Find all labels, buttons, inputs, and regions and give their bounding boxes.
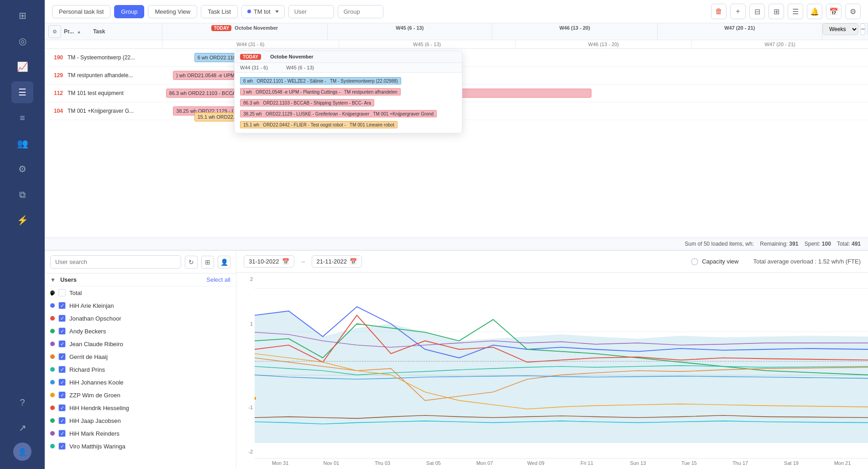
sidebar-icon-compass[interactable]: ◎ [11, 30, 33, 52]
x-label-nov01: Nov 01 [306, 458, 357, 469]
personal-task-list-button[interactable]: Personal task list [52, 5, 110, 18]
user-checkbox-total[interactable] [58, 289, 66, 296]
gantt-settings-icon[interactable]: ⚙ [48, 25, 61, 38]
user-checkbox-richard[interactable]: ✓ [58, 366, 66, 373]
popup-bar-pink-2[interactable]: ) wh ORD21.0548 -e UPM - Planting Cuttin… [240, 88, 401, 95]
end-date-input[interactable]: 21-11-2022 📅 [312, 255, 362, 268]
user-checkbox-gerrit[interactable]: ✓ [58, 353, 66, 360]
popup-bar-blue-1[interactable]: 6 wh ORD22.1101 - WELZE2 - Sälinie - TM … [240, 77, 401, 84]
chart-svg [255, 273, 868, 443]
popup-bar-orange-5[interactable]: 15.1 wh ORD22.0442 - FLIER - Test oogst … [240, 121, 397, 128]
sidebar-icon-chart[interactable]: 📈 [11, 56, 33, 78]
list-item[interactable]: ✓ HiH Johannes Koole [45, 376, 236, 389]
row-task-129: TM restpunten afhandele... [68, 72, 159, 79]
user-input[interactable] [288, 5, 334, 18]
user-name-viro: Viro Matthijs Waringa [69, 443, 125, 450]
user-checkbox-jonathan[interactable]: ✓ [58, 315, 66, 322]
weeks-select[interactable]: Weeks [822, 23, 858, 35]
calendar-button[interactable]: 📅 [826, 4, 842, 19]
w47-subheader: W47 (20 - 21) [692, 40, 868, 48]
sidebar-icon-list[interactable]: ☰ [11, 81, 33, 103]
group-input[interactable] [338, 5, 383, 18]
x-label-sat05: Sat 05 [408, 458, 459, 469]
user-avatar[interactable]: 👤 [13, 443, 31, 461]
week-header-spacer: ⚙ Pr... ▲ Task [45, 23, 162, 40]
list-item[interactable]: ✓ Jean Claude Ribeiro [45, 337, 236, 350]
list-item[interactable]: ● Total [45, 286, 236, 299]
tm-tot-dropdown[interactable]: TM tot [241, 5, 285, 18]
user-checkbox-jaap[interactable]: ✓ [58, 417, 66, 424]
start-date-input[interactable]: 31-10-2022 📅 [244, 255, 294, 268]
x-label-sun13: Sun 13 [612, 458, 664, 469]
refresh-button[interactable]: ↻ [185, 256, 198, 269]
select-all-button[interactable]: Select all [206, 276, 230, 283]
task-list-button[interactable]: Task List [201, 5, 238, 18]
list-item[interactable]: ✓ Andy Beckers [45, 325, 236, 337]
tm-dot [247, 10, 251, 13]
popup-rows: 6 wh ORD22.1101 - WELZE2 - Sälinie - TM … [235, 73, 462, 133]
sidebar-icon-users[interactable]: 👥 [11, 132, 33, 154]
popup-bar-pink-3[interactable]: 86.3 wh ORD22.1103 - BCCAB - Shipping Sy… [240, 99, 374, 106]
today-badge: TODAY [211, 25, 231, 31]
x-label-fri11: Fri 11 [561, 458, 612, 469]
add-button[interactable]: + [730, 4, 746, 19]
capacity-toggle[interactable]: Capacity view [691, 258, 738, 265]
zoom-out-button[interactable]: − [860, 23, 865, 35]
user-checkbox-viro[interactable]: ✓ [58, 443, 66, 450]
sidebar-icon-settings[interactable]: ⚙ [11, 158, 33, 180]
list-item[interactable]: ✓ ZZP Wim de Groen [45, 389, 236, 401]
row-task-190: TM - Systeemontwerp (22... [68, 54, 159, 61]
list-item[interactable]: ✓ HiH Hendrik Hesseling [45, 401, 236, 414]
capacity-radio[interactable] [691, 258, 698, 265]
list-item[interactable]: ✓ HiH Arie Kleinjan [45, 299, 236, 312]
sum-label: Sum of 50 loaded items, wh: [685, 241, 754, 247]
sidebar-icon-filter[interactable]: ⚡ [11, 209, 33, 231]
x-label-mon07: Mon 07 [459, 458, 510, 469]
popup-bar-pink-4[interactable]: 38.25 wh ORD22.1129 - LUSKE - Greiferkra… [240, 110, 437, 117]
task-column-header: Task [93, 28, 105, 35]
list-item[interactable]: ✓ Gerrit de Haaij [45, 350, 236, 363]
user-filter-button[interactable]: ⊞ [201, 256, 214, 269]
group-by-button[interactable]: ⊞ [769, 4, 784, 19]
x-label-mon21: Mon 21 [817, 458, 868, 469]
week-header-w45: W45 (6 - 13) [328, 23, 493, 40]
list-item[interactable]: ✓ Richard Prins [45, 363, 236, 376]
user-checkbox-hendrik[interactable]: ✓ [58, 404, 66, 411]
user-dot-jonathan [50, 316, 55, 321]
end-date-value: 21-11-2022 [317, 258, 347, 265]
filter2-button[interactable]: 🔔 [807, 4, 822, 19]
user-checkbox-arie[interactable]: ✓ [58, 302, 66, 309]
collapse-users-button[interactable]: ▼ [50, 277, 56, 283]
popup-row-2: ) wh ORD21.0548 -e UPM - Planting Cuttin… [235, 86, 462, 97]
menu-button[interactable]: ☰ [788, 4, 803, 19]
user-checkbox-mark[interactable]: ✓ [58, 430, 66, 437]
user-checkbox-johannes[interactable]: ✓ [58, 379, 66, 386]
bottom-section: ↻ ⊞ 👤 ▼ Users Select all ● Total ✓ [45, 250, 868, 469]
sidebar-icon-layers[interactable]: ⧉ [11, 184, 33, 206]
delete-button[interactable]: 🗑 [711, 4, 727, 19]
sidebar-icon-export[interactable]: ↗ [11, 417, 33, 439]
user-search-input[interactable] [50, 255, 181, 269]
columns-button[interactable]: ⊟ [749, 4, 765, 19]
meeting-view-button[interactable]: Meeting View [148, 5, 197, 18]
week-header-w46: W46 (13 - 20) [492, 23, 658, 40]
popup-row-4: 38.25 wh ORD22.1129 - LUSKE - Greiferkra… [235, 108, 462, 119]
sidebar-icon-list-detail[interactable]: ≡ [11, 107, 33, 129]
list-item[interactable]: ✓ Viro Matthijs Waringa [45, 440, 236, 453]
add-user-button[interactable]: 👤 [218, 256, 230, 269]
settings2-button[interactable]: ⚙ [845, 4, 861, 19]
gantt-popup: TODAY Octobe November W44 (31 - 6) W45 (… [234, 51, 462, 133]
sidebar-icon-grid[interactable]: ⊞ [11, 5, 33, 26]
user-checkbox-wim[interactable]: ✓ [58, 391, 66, 399]
list-item[interactable]: ✓ HiH Jaap Jacobsen [45, 414, 236, 427]
weeks-control: Weeks − + [822, 23, 868, 40]
sidebar-icon-help[interactable]: ? [11, 391, 33, 413]
week-header-w47: W47 (20 - 21) [658, 23, 823, 40]
calendar-icon-end: 📅 [350, 258, 357, 265]
user-checkbox-jean[interactable]: ✓ [58, 340, 66, 348]
user-name-johannes: HiH Johannes Koole [69, 379, 124, 386]
list-item[interactable]: ✓ HiH Mark Reinders [45, 427, 236, 440]
group-button[interactable]: Group [114, 5, 144, 18]
user-checkbox-andy[interactable]: ✓ [58, 327, 66, 335]
list-item[interactable]: ✓ Jonathan Opschoor [45, 312, 236, 325]
